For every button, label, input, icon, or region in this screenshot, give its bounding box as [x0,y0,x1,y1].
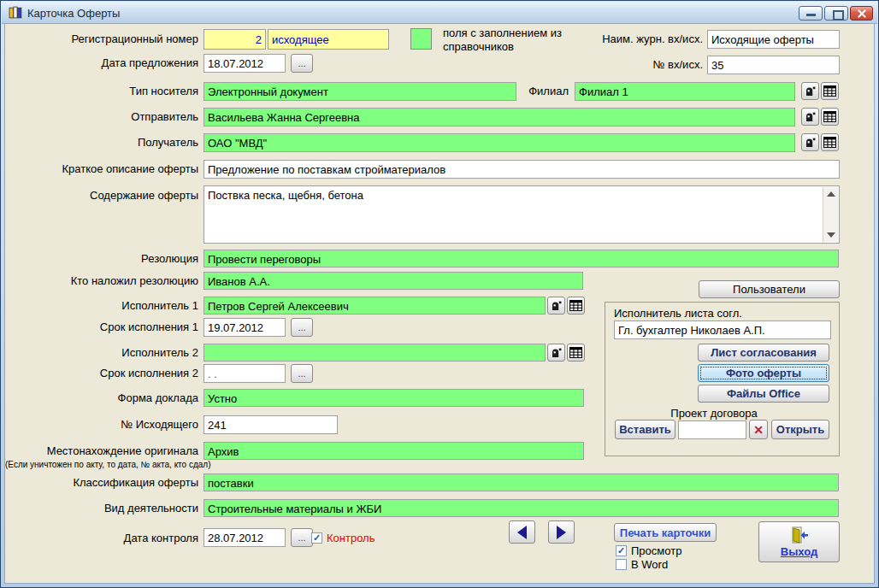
resolution-label: Резолюция [3,252,198,265]
branch-field[interactable]: Филиал 1 [575,82,795,101]
media-type-label: Тип носителя [3,85,198,97]
clear-draft-button[interactable]: ✕ [749,420,768,439]
offer-date-picker-button[interactable]: ... [291,54,313,73]
lookup-icon [551,300,562,311]
reg-number-label: Регистрационный номер [3,32,198,45]
next-record-button[interactable] [548,520,575,544]
draft-contract-field[interactable] [678,420,746,439]
legend-text-line2: справочников [443,40,514,53]
deadline2-label: Срок исполнения 2 [3,367,198,379]
executor1-lookup-button[interactable] [547,297,565,315]
scroll-up-icon[interactable] [827,191,835,197]
exit-button[interactable]: Выход [758,521,840,562]
draft-contract-label: Проект договора [663,407,765,420]
activity-kind-field[interactable]: Строительные материалы и ЖБИ [204,499,839,517]
approval-executor-label: Исполнитель листа согл. [614,307,742,320]
approval-executor-field[interactable]: Гл. бухгалтер Николаев А.П. [614,320,831,339]
legend-text-line1: поля с заполнением из [443,26,562,39]
insert-button[interactable]: Вставить [615,420,675,439]
recipient-field[interactable]: ОАО "МВД" [204,133,795,152]
outgoing-number-field[interactable]: 241 [204,415,338,434]
titlebar: Карточка Оферты [2,2,877,24]
recipient-label: Получатель [3,136,198,149]
app-books-icon [9,5,23,20]
deadline1-picker-button[interactable]: ... [291,318,313,337]
short-description-label: Краткое описание оферты [3,162,198,175]
offer-date-field[interactable]: 18.07.2012 [204,54,286,73]
minimize-button[interactable] [799,6,823,21]
inout-number-label: № вх/исх. [592,58,703,71]
exit-door-icon [790,526,809,544]
control-date-picker-button[interactable]: ... [291,528,313,547]
executor1-label: Исполнитель 1 [3,299,198,312]
window-title: Карточка Оферты [27,7,120,20]
resolution-author-field[interactable]: Иванов А.А. [204,272,583,290]
approval-sheet-button[interactable]: Лист согласования [698,344,829,362]
open-draft-button[interactable]: Открыть [771,420,829,439]
resolution-field[interactable]: Провести переговоры [204,250,839,268]
recipient-table-button[interactable] [821,133,839,151]
branch-table-button[interactable] [821,82,839,100]
close-button[interactable] [850,6,873,21]
exit-button-label: Выход [781,545,817,558]
users-button[interactable]: Пользователи [699,280,840,298]
checkmark-icon: ✓ [313,533,321,543]
sender-label: Отправитель [3,110,198,123]
offer-photo-button[interactable]: Фото оферты [698,364,829,382]
activity-kind-label: Вид деятельности [3,502,198,514]
executor1-field[interactable]: Петров Сергей Алексеевич [204,297,546,315]
word-checkbox-label: В Word [631,558,668,571]
table-icon [823,137,836,148]
table-icon [569,300,582,311]
checkmark-icon: ✓ [617,546,625,556]
media-type-field[interactable]: Электронный документ [204,82,516,101]
recipient-lookup-button[interactable] [801,133,819,151]
classification-label: Классификация оферты [3,476,198,489]
report-form-field[interactable]: Устно [204,389,584,407]
deadline2-field[interactable]: . . [204,364,286,383]
content-label: Содержание оферты [3,189,198,202]
sender-table-button[interactable] [821,108,839,126]
inout-number-field[interactable]: 35 [707,56,840,74]
maximize-button[interactable] [824,6,848,21]
control-date-field[interactable]: 28.07.2012 [204,528,286,547]
control-checkbox[interactable]: ✓ [311,532,322,544]
legend-swatch [410,28,432,50]
journal-name-label: Наим. журн. вх/исх. [592,32,703,45]
sender-field[interactable]: Васильева Жанна Сергеевна [204,108,795,126]
word-checkbox[interactable] [616,559,627,570]
executor2-label: Исполнитель 2 [3,346,198,359]
journal-name-field[interactable]: Исходящие оферты [707,30,840,49]
minimize-icon [806,14,816,16]
classification-field[interactable]: поставки [204,473,839,491]
deadline2-picker-button[interactable]: ... [291,364,313,383]
original-location-field[interactable]: Архив [204,442,584,460]
reg-direction-field[interactable]: исходящее [268,29,389,50]
outgoing-number-label: № Исходящего [3,418,198,431]
lookup-icon [805,111,816,122]
table-icon [569,347,582,358]
preview-checkbox[interactable]: ✓ [616,545,627,556]
lookup-icon [805,85,816,97]
executor2-lookup-button[interactable] [547,344,565,362]
office-files-button[interactable]: Файлы Office [698,385,829,403]
branch-lookup-button[interactable] [801,82,819,100]
lookup-icon [805,137,816,148]
control-date-label: Дата контроля [3,532,198,544]
sender-lookup-button[interactable] [801,108,819,126]
resolution-author-label: Кто наложил резолюцию [3,274,198,287]
executor1-table-button[interactable] [567,297,585,315]
executor2-table-button[interactable] [567,344,585,362]
original-location-note: (Если уничтожен по акту, то дата, № акта… [5,460,211,469]
content-textarea[interactable]: Поствка песка, щебня, бетона [204,185,840,244]
table-icon [823,85,836,97]
scroll-down-icon[interactable] [827,232,835,238]
print-card-button[interactable]: Печать карточки [614,523,717,542]
content-scrollbar[interactable] [823,187,838,242]
branch-label: Филиал [513,85,569,97]
executor2-field[interactable] [204,344,546,362]
reg-number-field[interactable]: 2 [204,29,266,50]
deadline1-field[interactable]: 19.07.2012 [204,318,286,337]
short-description-field[interactable]: Предложение по поставкам стройматериалов [204,160,840,179]
prev-record-button[interactable] [509,520,535,544]
